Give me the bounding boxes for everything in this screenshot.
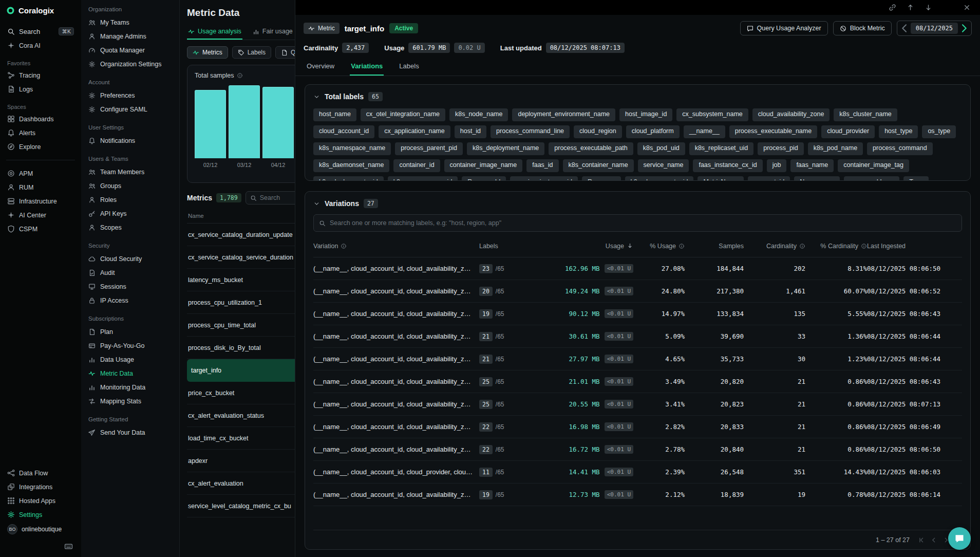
settings-item-notifications[interactable]: Notifications xyxy=(87,134,173,147)
metrics-search-input[interactable] xyxy=(260,194,295,201)
sidebar-item-alerts[interactable]: Alerts xyxy=(5,126,76,140)
settings-item-scopes[interactable]: Scopes xyxy=(87,220,173,234)
sidebar-item-rum[interactable]: RUM xyxy=(5,180,76,194)
tab-overview[interactable]: Overview xyxy=(306,59,335,76)
next-day-button[interactable] xyxy=(958,22,970,34)
sidebar-item-logs[interactable]: Logs xyxy=(5,82,76,96)
sidebar-item-cora-ai[interactable]: Cora AI xyxy=(5,39,76,52)
settings-item-metric-data[interactable]: Metric Data xyxy=(87,366,173,380)
link-button[interactable] xyxy=(889,4,896,11)
metric-row-apdexr[interactable]: apdexr xyxy=(187,450,295,472)
sidebar-item-explore[interactable]: Explore xyxy=(5,140,76,154)
settings-item-audit[interactable]: Audit xyxy=(87,266,173,280)
sidebar-item-infrastructure[interactable]: Infrastructure xyxy=(5,194,76,208)
settings-item-sessions[interactable]: Sessions xyxy=(87,280,173,293)
sidebar-item-cspm[interactable]: CSPM xyxy=(5,222,76,236)
settings-item-configure-saml[interactable]: Configure SAML xyxy=(87,102,173,116)
prev-day-button[interactable] xyxy=(898,22,911,34)
pagination-first-button[interactable] xyxy=(918,536,925,544)
settings-item-ip-access[interactable]: IP Access xyxy=(87,293,173,307)
settings-item-roles[interactable]: Roles xyxy=(87,193,173,207)
arrow-down-button[interactable] xyxy=(925,4,932,11)
metric-row-load-time-cx-bucket[interactable]: load_time_cx_bucket xyxy=(187,427,295,450)
settings-item-data-usage[interactable]: Data Usage xyxy=(87,352,173,366)
samples-cell: 133,834 xyxy=(685,310,744,318)
variation-row[interactable]: (__name__, cloud_account_id, cloud_avail… xyxy=(313,348,962,370)
brand[interactable]: Coralogix xyxy=(6,6,75,15)
sample-bar[interactable] xyxy=(195,90,226,158)
pill-que[interactable]: Que xyxy=(275,46,295,59)
close-button[interactable] xyxy=(963,4,971,11)
settings-item-groups[interactable]: Groups xyxy=(87,179,173,193)
tab-labels[interactable]: Labels xyxy=(398,59,420,76)
coralogix-logo-icon xyxy=(6,6,15,15)
tab-fair-usage[interactable]: Fair usage xyxy=(252,26,294,40)
variation-row[interactable]: (__name__, cloud_account_id, cloud_avail… xyxy=(313,393,962,416)
settings-item-plan[interactable]: Plan xyxy=(87,325,173,339)
global-search[interactable]: Search ⌘K xyxy=(5,24,76,39)
sample-bar[interactable] xyxy=(262,87,294,158)
variation-row[interactable]: (__name__, cloud_account_id, cloud_avail… xyxy=(313,416,962,438)
metric-row-process-cpu-time-total[interactable]: process_cpu_time_total xyxy=(187,314,295,337)
variation-row[interactable]: (__name__, cloud_account_id, cloud_avail… xyxy=(313,280,962,303)
variation-row[interactable]: (__name__, cloud_account_id, cloud_provi… xyxy=(313,461,962,484)
settings-item-cloud-security[interactable]: Cloud Security xyxy=(87,252,173,266)
variation-row[interactable]: (__name__, cloud_account_id, cloud_avail… xyxy=(313,484,962,506)
metric-row-latency-ms-bucket[interactable]: latency_ms_bucket xyxy=(187,269,295,291)
query-usage-analyzer-button[interactable]: Query Usage Analyzer xyxy=(740,21,828,35)
metric-row-target-info[interactable]: target_info xyxy=(187,359,295,382)
settings-item-api-keys[interactable]: API Keys xyxy=(87,207,173,220)
settings-item-mapping-stats[interactable]: Mapping Stats xyxy=(87,394,173,408)
column-header-usage[interactable]: Usage xyxy=(525,243,633,250)
settings-item-my-teams[interactable]: My Teams xyxy=(87,15,173,29)
info-icon[interactable] xyxy=(237,72,243,79)
pagination-prev-button[interactable] xyxy=(930,536,937,544)
chevron-down-icon[interactable] xyxy=(313,94,320,100)
tab-variations[interactable]: Variations xyxy=(350,59,384,76)
metric-row-cx-alert-evaluation-status[interactable]: cx_alert_evaluation_status xyxy=(187,404,295,427)
chevron-down-icon[interactable] xyxy=(313,200,320,207)
variations-search-input[interactable] xyxy=(330,219,956,227)
settings-item-send-your-data[interactable]: Send Your Data xyxy=(87,425,173,439)
sidebar-item-ai-center[interactable]: AI Center xyxy=(5,208,76,222)
variation-row[interactable]: (__name__, cloud_account_id, cloud_avail… xyxy=(313,325,962,348)
metric-row-cx-alert-evaluation[interactable]: cx_alert_evaluation xyxy=(187,472,295,495)
metric-row-service-level-catalog-metric-cx-bu[interactable]: service_level_catalog_metric_cx_bu xyxy=(187,495,295,517)
settings-item-quota-manager[interactable]: Quota Manager xyxy=(87,43,173,57)
metric-row-price-cx-bucket[interactable]: price_cx_bucket xyxy=(187,382,295,404)
sample-bar[interactable] xyxy=(229,85,260,158)
account-switcher[interactable]: BO onlineboutique xyxy=(5,522,76,537)
sidebar-item-apm[interactable]: APM xyxy=(5,166,76,180)
metric-row-cx-service-catalog-service-duration[interactable]: cx_service_catalog_service_duration xyxy=(187,246,295,269)
pill-labels[interactable]: Labels xyxy=(232,46,271,59)
metric-row-process-cpu-utilization-1[interactable]: process_cpu_utilization_1 xyxy=(187,291,295,314)
variation-row[interactable]: (__name__, cloud_account_id, cloud_avail… xyxy=(313,438,962,461)
sidebar-item-data-flow[interactable]: Data Flow xyxy=(5,466,76,480)
settings-item-pay-as-you-go[interactable]: Pay-As-You-Go xyxy=(87,339,173,352)
metric-row-cx-service-catalog-duration-update[interactable]: cx_service_catalog_duration_update xyxy=(187,224,295,246)
settings-item-manage-admins[interactable]: Manage Admins xyxy=(87,29,173,43)
settings-item-monitoring-data[interactable]: Monitoring Data xyxy=(87,380,173,394)
chat-widget-button[interactable] xyxy=(948,527,971,550)
variation-row[interactable]: (__name__, cloud_account_id, cloud_avail… xyxy=(313,303,962,325)
sidebar-item-dashboards[interactable]: Dashboards xyxy=(5,112,76,126)
settings-item-organization-settings[interactable]: Organization Settings xyxy=(87,57,173,71)
variation-row[interactable]: (__name__, cloud_account_id, cloud_avail… xyxy=(313,370,962,393)
block-metric-button[interactable]: Block Metric xyxy=(833,21,892,35)
pill-metrics[interactable]: Metrics xyxy=(187,46,228,59)
metrics-search[interactable] xyxy=(246,191,295,205)
settings-item-team-members[interactable]: Team Members xyxy=(87,165,173,179)
tab-usage-analysis[interactable]: Usage analysis xyxy=(187,26,242,40)
settings-item-preferences[interactable]: Preferences xyxy=(87,88,173,102)
sidebar-item-tracing[interactable]: Tracing xyxy=(5,68,76,82)
date-value[interactable]: 08/12/2025 xyxy=(911,23,958,34)
variation-row[interactable]: (__name__, cloud_account_id, cloud_avail… xyxy=(313,257,962,280)
settings-group-title: Organization xyxy=(88,6,172,12)
sidebar-item-hosted-apps[interactable]: Hosted Apps xyxy=(5,494,76,508)
metric-row-process-disk-io-by-total[interactable]: process_disk_io_By_total xyxy=(187,337,295,359)
variations-search[interactable] xyxy=(313,214,962,232)
sidebar-item-integrations[interactable]: Integrations xyxy=(5,480,76,494)
keyboard-shortcuts-button[interactable] xyxy=(64,542,73,551)
arrow-up-button[interactable] xyxy=(907,4,914,11)
sidebar-item-settings[interactable]: Settings xyxy=(5,508,76,522)
